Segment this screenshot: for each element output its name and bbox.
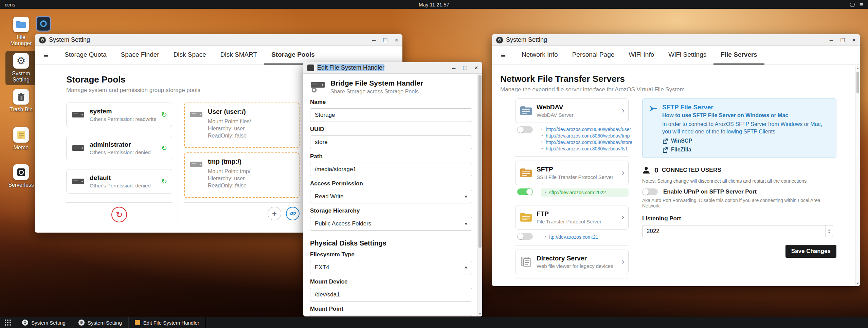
close-button[interactable]: × bbox=[395, 37, 398, 43]
save-changes-button[interactable]: Save Changes bbox=[785, 245, 836, 258]
path-input[interactable] bbox=[310, 163, 472, 176]
stepper-up-icon[interactable]: ▲ bbox=[828, 228, 831, 232]
access-permission-select[interactable]: Read Write ▾ bbox=[310, 190, 472, 203]
refresh-pools-button[interactable]: ↻ bbox=[111, 207, 127, 222]
close-button[interactable]: × bbox=[852, 37, 856, 43]
desktop-icon-system-setting[interactable]: ⚙ System Setting bbox=[5, 51, 37, 85]
upnp-toggle[interactable] bbox=[642, 188, 658, 195]
tab-disk-smart[interactable]: Disk SMART bbox=[213, 46, 264, 65]
name-input[interactable] bbox=[310, 108, 472, 122]
tab-wifi-info[interactable]: WiFi Info bbox=[621, 46, 661, 65]
filesystem-type-select[interactable]: EXT4 ▾ bbox=[310, 261, 472, 274]
scrollbar[interactable]: ▼ bbox=[477, 74, 482, 316]
sync-icon[interactable]: ↻ bbox=[161, 144, 167, 152]
drive-icon bbox=[71, 144, 85, 152]
storage-pool-card[interactable]: system Other's Permission: readwrite ↻ bbox=[66, 103, 172, 127]
chevron-right-icon: › bbox=[622, 257, 624, 266]
server-card-directory[interactable]: Directory Server Web file viewer for leg… bbox=[515, 250, 629, 274]
storage-hierarchy-select[interactable]: Public Access Folders ▾ bbox=[310, 217, 472, 231]
sidebar-toggle-icon[interactable]: ≡ bbox=[44, 51, 49, 60]
titlebar[interactable]: ⚙ System Setting – □ × bbox=[35, 34, 402, 46]
number-stepper[interactable]: ▲ ▼ bbox=[825, 225, 833, 237]
maximize-button[interactable]: □ bbox=[463, 65, 467, 71]
scroll-up-icon[interactable]: ▲ bbox=[856, 67, 860, 70]
close-button[interactable]: × bbox=[474, 65, 478, 71]
sync-icon[interactable]: ↻ bbox=[161, 177, 167, 185]
winscp-link[interactable]: WinSCP bbox=[662, 138, 830, 144]
minimize-button[interactable]: – bbox=[830, 37, 833, 43]
help-title: SFTP File Server bbox=[662, 104, 830, 111]
topbar-menu-icon[interactable]: ≡ bbox=[860, 1, 863, 8]
scrollbar-thumb[interactable] bbox=[856, 72, 859, 93]
server-card-sftp[interactable]: SFTP SSH File Transfer Protocol Server › bbox=[515, 161, 629, 185]
sftp-url-link[interactable]: sftp://dev.arozos.com:2022 bbox=[549, 190, 606, 195]
taskbar-item-system-setting-2[interactable]: ⚙ System Setting bbox=[72, 317, 128, 328]
maximize-button[interactable]: □ bbox=[383, 37, 387, 43]
titlebar[interactable]: ⚙ System Setting – □ × bbox=[492, 34, 860, 46]
select-value: Read Write bbox=[315, 193, 344, 200]
storage-pool-card[interactable]: default Other's Permission: denied ↻ bbox=[66, 169, 172, 194]
mount-device-input[interactable] bbox=[310, 288, 472, 302]
tab-storage-pools[interactable]: Storage Pools bbox=[264, 46, 322, 65]
mounted-fsh-card[interactable]: User (user:/) Mount Point: files/ Hierar… bbox=[184, 103, 300, 148]
field-label: Storage Hierarchy bbox=[310, 207, 471, 214]
desktop-icon-serverless[interactable]: Serverless bbox=[5, 162, 37, 190]
sync-icon[interactable]: ↻ bbox=[161, 111, 167, 119]
listening-port-input[interactable] bbox=[643, 228, 825, 235]
scrollbar[interactable]: ▲ ▼ bbox=[855, 66, 860, 286]
desktop-icon-file-manager[interactable]: File Manager bbox=[5, 15, 37, 49]
pool-permission: Other's Permission: denied bbox=[90, 149, 151, 155]
ftp-url-link[interactable]: ftp://dev.arozos.com:21 bbox=[549, 234, 598, 240]
add-fsh-button[interactable]: + bbox=[268, 207, 281, 220]
scroll-down-icon[interactable]: ▼ bbox=[478, 312, 482, 316]
desktop-icon-trash-bin[interactable]: Trash Bin bbox=[5, 87, 37, 115]
hostname-label: ccns bbox=[5, 2, 15, 7]
tab-wifi-settings[interactable]: WiFi Settings bbox=[661, 46, 713, 65]
scroll-down-icon[interactable]: ▼ bbox=[856, 282, 860, 285]
server-desc: SSH File Transfer Protocol Server bbox=[537, 174, 613, 180]
server-card-ftp[interactable]: FTP File Transfer Protocol Server › bbox=[515, 205, 629, 230]
maximize-button[interactable]: □ bbox=[840, 37, 844, 43]
gear-icon: ⚙ bbox=[78, 320, 85, 326]
divider bbox=[184, 202, 300, 203]
window-title: Edit File System Handler bbox=[317, 64, 384, 71]
tab-space-finder[interactable]: Space Finder bbox=[114, 46, 166, 65]
webdav-url-link[interactable]: http://dev.arozos.com:8080/webdav/ls1 bbox=[546, 146, 628, 152]
tab-network-info[interactable]: Network Info bbox=[514, 46, 565, 65]
tab-storage-quota[interactable]: Storage Quota bbox=[57, 46, 114, 65]
webdav-folder-icon bbox=[520, 105, 532, 116]
webdav-url-link[interactable]: http://dev.arozos.com:8080/webdav/tmp bbox=[546, 133, 630, 139]
scrollbar-thumb[interactable] bbox=[478, 75, 482, 248]
tab-file-servers[interactable]: File Servers bbox=[713, 46, 764, 65]
storage-pool-card[interactable]: administrator Other's Permission: denied… bbox=[66, 136, 172, 160]
tab-personal-page[interactable]: Personal Page bbox=[565, 46, 622, 65]
field-label: Mount Point bbox=[310, 306, 471, 312]
webdav-url-link[interactable]: http://dev.arozos.com:8080/webdav/user bbox=[546, 126, 631, 133]
app-launcher-icon[interactable] bbox=[0, 317, 16, 328]
webdav-toggle[interactable] bbox=[517, 126, 533, 133]
server-card-webdav[interactable]: WebDAV WebDAV Server › bbox=[515, 98, 629, 123]
minimize-button[interactable]: – bbox=[452, 65, 456, 71]
stepper-down-icon[interactable]: ▼ bbox=[828, 231, 831, 235]
taskbar-item-edit-fsh[interactable]: Edit File System Handler bbox=[128, 317, 206, 328]
bullet-arrow-icon: ‣ bbox=[544, 235, 547, 239]
mounted-fsh-card[interactable]: tmp (tmp:/) Mount Point: tmp/ Hierarchy:… bbox=[184, 152, 300, 198]
tab-disk-space[interactable]: Disk Space bbox=[166, 46, 213, 65]
sidebar-toggle-icon[interactable]: ≡ bbox=[501, 51, 506, 60]
desktop-icon-shortcut[interactable] bbox=[37, 17, 50, 31]
titlebar[interactable]: Edit File System Handler – □ × bbox=[303, 62, 482, 74]
sftp-settings-panel: SFTP File Server How to use SFTP File Se… bbox=[642, 98, 836, 283]
upnp-desc: Aka Auto Port Forwarding. Disable this o… bbox=[642, 198, 836, 208]
filezilla-link[interactable]: FileZilla bbox=[662, 147, 830, 153]
uuid-input[interactable] bbox=[310, 135, 472, 149]
desktop-icon-label: File Manager bbox=[6, 34, 36, 47]
ftp-toggle[interactable] bbox=[517, 233, 533, 240]
sftp-toggle[interactable] bbox=[517, 188, 533, 195]
webdav-url-link[interactable]: http://dev.arozos.com:8080/webdav/store bbox=[546, 139, 632, 146]
minimize-button[interactable]: – bbox=[372, 37, 376, 43]
taskbar-item-system-setting-1[interactable]: ⚙ System Setting bbox=[16, 317, 72, 328]
caret-down-icon: ▾ bbox=[465, 194, 467, 200]
link-fsh-button[interactable] bbox=[286, 207, 300, 220]
desktop-icon-memo[interactable]: Memo bbox=[5, 125, 37, 153]
mount-point-input[interactable] bbox=[310, 315, 472, 316]
